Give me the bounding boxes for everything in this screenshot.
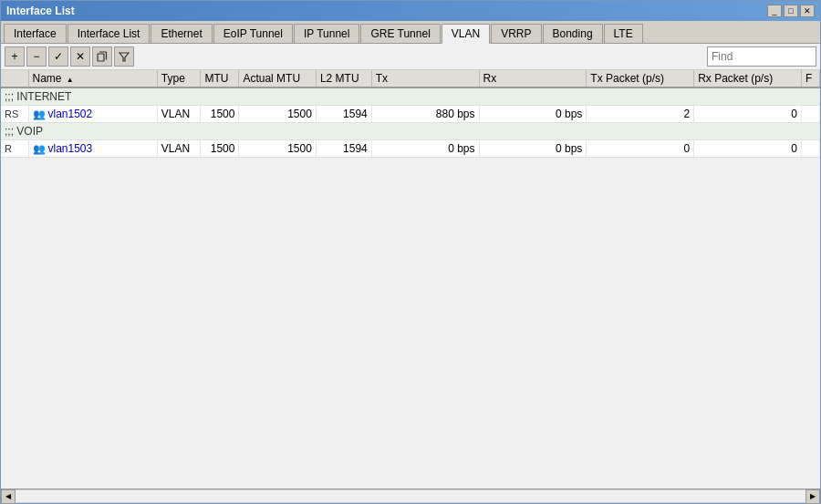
- row-rx-packet: 0: [694, 106, 802, 123]
- row-actual-mtu: 1500: [239, 140, 316, 158]
- row-flags: R: [1, 140, 28, 158]
- table-row: RS 👥vlan1502 VLAN 1500 1500 1594 880 bps…: [1, 106, 820, 123]
- row-f: [802, 106, 820, 123]
- window-title: Interface List: [6, 5, 75, 17]
- row-type: VLAN: [157, 106, 201, 123]
- row-type: VLAN: [157, 140, 201, 158]
- row-f: [802, 140, 820, 158]
- col-mtu[interactable]: MTU: [201, 70, 239, 87]
- table-area: Name ▲ Type MTU Actual MTU L2 MTU Tx Rx …: [1, 70, 820, 489]
- main-window: Interface List _ □ ✕ Interface Interface…: [0, 0, 821, 504]
- tab-bonding[interactable]: Bonding: [543, 24, 603, 43]
- tab-ip-tunnel[interactable]: IP Tunnel: [294, 24, 359, 43]
- window-controls: _ □ ✕: [767, 5, 815, 17]
- enable-button[interactable]: ✓: [48, 46, 68, 67]
- col-tx-packet[interactable]: Tx Packet (p/s): [587, 70, 694, 87]
- interface-table: Name ▲ Type MTU Actual MTU L2 MTU Tx Rx …: [1, 70, 820, 158]
- tab-vlan[interactable]: VLAN: [442, 24, 490, 44]
- search-box: [707, 46, 816, 67]
- scroll-left-button[interactable]: ◀: [1, 489, 16, 504]
- row-name[interactable]: 👥vlan1502: [28, 106, 157, 123]
- col-rx[interactable]: Rx: [479, 70, 587, 87]
- section-voip-label: ;;; VOIP: [1, 123, 820, 140]
- search-input[interactable]: [707, 46, 816, 67]
- copy-button[interactable]: [92, 46, 112, 67]
- section-internet-label: ;;; INTERNET: [1, 87, 820, 106]
- minimize-button[interactable]: _: [767, 5, 782, 17]
- col-rx-packet[interactable]: Rx Packet (p/s): [694, 70, 802, 87]
- disable-button[interactable]: ✕: [70, 46, 90, 67]
- section-voip: ;;; VOIP: [1, 123, 820, 140]
- row-tx-packet: 2: [587, 106, 694, 123]
- table-row: R 👥vlan1503 VLAN 1500 1500 1594 0 bps 0 …: [1, 140, 820, 158]
- tab-interface-list[interactable]: Interface List: [68, 24, 151, 43]
- row-flags: RS: [1, 106, 28, 123]
- tab-ethernet[interactable]: Ethernet: [151, 24, 212, 43]
- row-actual-mtu: 1500: [239, 106, 316, 123]
- scroll-right-button[interactable]: ▶: [805, 489, 820, 504]
- tab-interface[interactable]: Interface: [4, 24, 67, 43]
- tab-gre-tunnel[interactable]: GRE Tunnel: [360, 24, 440, 43]
- tab-lte[interactable]: LTE: [604, 24, 643, 43]
- row-rx-packet: 0: [694, 140, 802, 158]
- svg-rect-0: [98, 54, 104, 61]
- col-flags: [1, 70, 28, 87]
- col-name[interactable]: Name ▲: [28, 70, 157, 87]
- vlan-icon: 👥: [33, 143, 46, 154]
- row-tx: 0 bps: [371, 140, 479, 158]
- filter-button[interactable]: [114, 46, 134, 67]
- row-l2-mtu: 1594: [316, 106, 371, 123]
- toolbar: + − ✓ ✕: [1, 44, 820, 70]
- restore-button[interactable]: □: [784, 5, 798, 17]
- col-f: F: [802, 70, 820, 87]
- row-tx-packet: 0: [587, 140, 694, 158]
- row-tx: 880 bps: [371, 106, 479, 123]
- horizontal-scrollbar[interactable]: ◀ ▶: [1, 489, 820, 503]
- vlan-icon: 👥: [33, 108, 46, 119]
- col-actual-mtu[interactable]: Actual MTU: [239, 70, 316, 87]
- row-name[interactable]: 👥vlan1503: [28, 140, 157, 158]
- scroll-track[interactable]: [16, 489, 805, 503]
- col-l2-mtu[interactable]: L2 MTU: [316, 70, 371, 87]
- window-content: Interface Interface List Ethernet EoIP T…: [1, 21, 820, 503]
- title-bar: Interface List _ □ ✕: [1, 1, 820, 21]
- tab-bar: Interface Interface List Ethernet EoIP T…: [1, 21, 820, 44]
- section-internet: ;;; INTERNET: [1, 87, 820, 106]
- add-button[interactable]: +: [5, 46, 25, 67]
- row-l2-mtu: 1594: [316, 140, 371, 158]
- remove-button[interactable]: −: [26, 46, 47, 67]
- tab-eoip-tunnel[interactable]: EoIP Tunnel: [213, 24, 293, 43]
- row-rx: 0 bps: [479, 106, 587, 123]
- row-rx: 0 bps: [479, 140, 587, 158]
- col-type[interactable]: Type: [157, 70, 201, 87]
- tab-vrrp[interactable]: VRRP: [491, 24, 541, 43]
- col-tx[interactable]: Tx: [371, 70, 479, 87]
- row-mtu: 1500: [201, 140, 239, 158]
- svg-marker-1: [120, 53, 129, 61]
- close-button[interactable]: ✕: [800, 5, 815, 17]
- row-mtu: 1500: [201, 106, 239, 123]
